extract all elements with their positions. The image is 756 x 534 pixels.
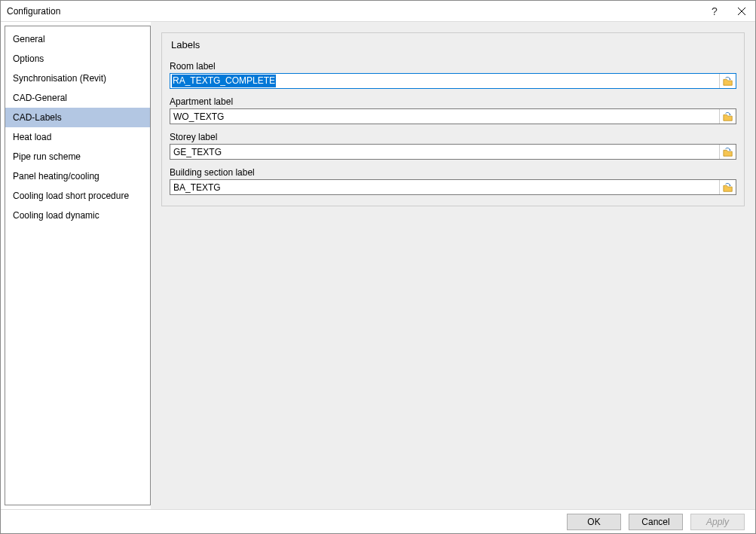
folder-open-icon bbox=[723, 76, 733, 87]
sidebar-item-label: CAD-General bbox=[13, 93, 67, 103]
room-label-browse-button[interactable] bbox=[719, 74, 736, 88]
sidebar-item-cooling-load-dynamic[interactable]: Cooling load dynamic bbox=[5, 206, 150, 225]
folder-open-icon bbox=[723, 182, 733, 193]
sidebar-item-label: CAD-Labels bbox=[13, 112, 62, 123]
main-panel: Labels Room label RA_TEXTG_COMPLETE bbox=[151, 22, 755, 509]
sidebar-item-label: Cooling load short procedure bbox=[13, 191, 129, 201]
storey-label-browse-button[interactable] bbox=[719, 145, 736, 159]
apply-button[interactable]: Apply bbox=[690, 514, 745, 530]
sidebar-item-label: General bbox=[13, 34, 45, 44]
folder-open-icon bbox=[723, 147, 733, 157]
storey-label-value: GE_TEXTG bbox=[173, 147, 222, 157]
sidebar-item-heat-load[interactable]: Heat load bbox=[5, 127, 150, 147]
sidebar-item-label: Heat load bbox=[13, 132, 51, 142]
storey-label-field: Storey label GE_TEXTG bbox=[170, 132, 736, 160]
sidebar-item-cad-labels[interactable]: CAD-Labels bbox=[5, 108, 150, 127]
help-button[interactable]: ? bbox=[701, 1, 728, 22]
apartment-label-input-row: WO_TEXTG bbox=[170, 108, 736, 124]
sidebar-item-label: Options bbox=[13, 53, 44, 64]
ok-button[interactable]: OK bbox=[567, 514, 621, 530]
sidebar-item-label: Pipe run scheme bbox=[13, 151, 81, 162]
window-title: Configuration bbox=[7, 6, 701, 17]
storey-label-input[interactable]: GE_TEXTG bbox=[170, 145, 719, 159]
category-sidebar: General Options Synchronisation (Revit) … bbox=[5, 26, 151, 505]
sidebar-item-options[interactable]: Options bbox=[5, 49, 150, 69]
configuration-dialog: Configuration ? General Options Synchron… bbox=[0, 0, 756, 534]
apartment-label-caption: Apartment label bbox=[170, 96, 736, 107]
building-section-label-browse-button[interactable] bbox=[719, 180, 736, 194]
apply-button-label: Apply bbox=[706, 517, 729, 527]
sidebar-item-cooling-load-short[interactable]: Cooling load short procedure bbox=[5, 186, 150, 206]
apartment-label-input[interactable]: WO_TEXTG bbox=[170, 109, 719, 124]
cancel-button[interactable]: Cancel bbox=[629, 514, 683, 530]
building-section-label-caption: Building section label bbox=[170, 167, 736, 178]
room-label-value: RA_TEXTG_COMPLETE bbox=[172, 75, 276, 87]
dialog-body: General Options Synchronisation (Revit) … bbox=[1, 22, 755, 509]
sidebar-item-label: Panel heating/cooling bbox=[13, 171, 99, 182]
room-label-caption: Room label bbox=[170, 61, 736, 72]
building-section-label-field: Building section label BA_TEXTG bbox=[170, 167, 736, 195]
titlebar: Configuration ? bbox=[1, 1, 755, 22]
close-icon bbox=[738, 8, 745, 15]
apartment-label-value: WO_TEXTG bbox=[173, 111, 224, 122]
storey-label-input-row: GE_TEXTG bbox=[170, 144, 736, 160]
building-section-label-value: BA_TEXTG bbox=[173, 182, 221, 193]
apartment-label-browse-button[interactable] bbox=[719, 109, 736, 124]
sidebar-item-pipe-run-scheme[interactable]: Pipe run scheme bbox=[5, 147, 150, 166]
group-title: Labels bbox=[170, 33, 736, 53]
sidebar-item-label: Cooling load dynamic bbox=[13, 210, 99, 221]
room-label-input[interactable]: RA_TEXTG_COMPLETE bbox=[170, 74, 719, 88]
sidebar-item-general[interactable]: General bbox=[5, 29, 150, 49]
storey-label-caption: Storey label bbox=[170, 132, 736, 142]
sidebar-item-synchronisation-revit[interactable]: Synchronisation (Revit) bbox=[5, 69, 150, 88]
room-label-field: Room label RA_TEXTG_COMPLETE bbox=[170, 61, 736, 89]
room-label-input-row: RA_TEXTG_COMPLETE bbox=[170, 73, 736, 89]
labels-group: Labels Room label RA_TEXTG_COMPLETE bbox=[161, 32, 745, 206]
sidebar-item-label: Synchronisation (Revit) bbox=[13, 73, 106, 84]
building-section-label-input[interactable]: BA_TEXTG bbox=[170, 180, 719, 194]
folder-open-icon bbox=[723, 111, 733, 122]
cancel-button-label: Cancel bbox=[641, 517, 669, 527]
building-section-label-input-row: BA_TEXTG bbox=[170, 179, 736, 195]
sidebar-item-panel-heating-cooling[interactable]: Panel heating/cooling bbox=[5, 166, 150, 186]
close-button[interactable] bbox=[728, 1, 755, 22]
ok-button-label: OK bbox=[587, 517, 600, 527]
dialog-footer: OK Cancel Apply bbox=[1, 509, 755, 533]
sidebar-item-cad-general[interactable]: CAD-General bbox=[5, 88, 150, 108]
apartment-label-field: Apartment label WO_TEXTG bbox=[170, 96, 736, 124]
